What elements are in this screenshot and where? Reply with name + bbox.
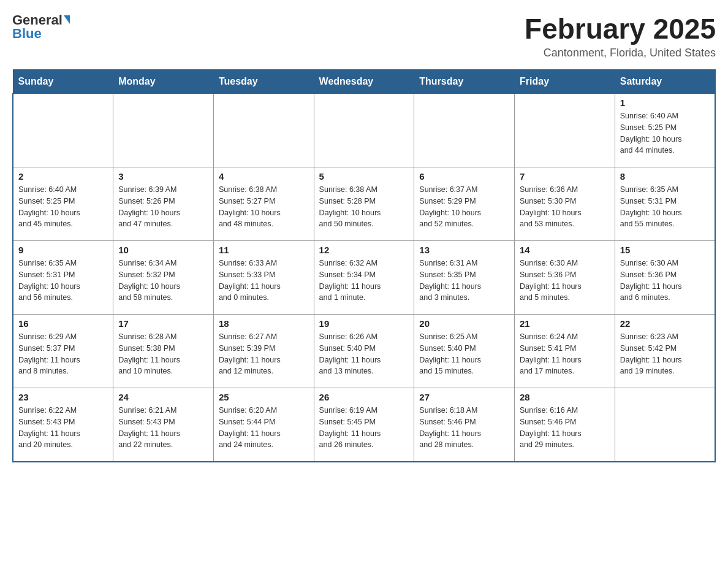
day-of-week-header: Saturday: [615, 70, 715, 94]
day-of-week-header: Wednesday: [314, 70, 414, 94]
month-title: February 2025: [525, 12, 716, 45]
day-info: Sunrise: 6:24 AMSunset: 5:41 PMDaylight:…: [520, 331, 610, 377]
calendar-day-cell: [314, 94, 414, 167]
day-info: Sunrise: 6:16 AMSunset: 5:46 PMDaylight:…: [520, 405, 610, 451]
day-number: 16: [18, 318, 108, 329]
day-info: Sunrise: 6:18 AMSunset: 5:46 PMDaylight:…: [419, 405, 509, 451]
calendar-week-row: 1Sunrise: 6:40 AMSunset: 5:25 PMDaylight…: [13, 94, 715, 167]
day-number: 11: [219, 245, 309, 255]
calendar-day-cell: 13Sunrise: 6:31 AMSunset: 5:35 PMDayligh…: [414, 241, 515, 315]
day-number: 22: [620, 318, 710, 329]
calendar-day-cell: 21Sunrise: 6:24 AMSunset: 5:41 PMDayligh…: [515, 315, 615, 388]
calendar-week-row: 23Sunrise: 6:22 AMSunset: 5:43 PMDayligh…: [13, 388, 715, 462]
day-number: 6: [419, 171, 509, 182]
day-info: Sunrise: 6:32 AMSunset: 5:34 PMDaylight:…: [319, 258, 409, 304]
day-info: Sunrise: 6:31 AMSunset: 5:35 PMDaylight:…: [419, 258, 509, 304]
calendar-day-cell: 5Sunrise: 6:38 AMSunset: 5:28 PMDaylight…: [314, 167, 414, 241]
calendar-day-cell: [113, 94, 214, 167]
day-number: 4: [219, 171, 309, 182]
calendar-week-row: 16Sunrise: 6:29 AMSunset: 5:37 PMDayligh…: [13, 315, 715, 388]
day-info: Sunrise: 6:40 AMSunset: 5:25 PMDaylight:…: [620, 110, 710, 156]
day-number: 14: [520, 245, 610, 255]
day-info: Sunrise: 6:37 AMSunset: 5:29 PMDaylight:…: [419, 184, 509, 230]
calendar-day-cell: [515, 94, 615, 167]
day-of-week-header: Tuesday: [213, 70, 314, 94]
day-info: Sunrise: 6:29 AMSunset: 5:37 PMDaylight:…: [18, 331, 108, 377]
calendar-day-cell: 1Sunrise: 6:40 AMSunset: 5:25 PMDaylight…: [615, 94, 715, 167]
calendar-day-cell: 2Sunrise: 6:40 AMSunset: 5:25 PMDaylight…: [13, 167, 113, 241]
day-of-week-header: Friday: [515, 70, 615, 94]
calendar-day-cell: 25Sunrise: 6:20 AMSunset: 5:44 PMDayligh…: [213, 388, 314, 462]
day-number: 9: [18, 245, 108, 255]
calendar-day-cell: 16Sunrise: 6:29 AMSunset: 5:37 PMDayligh…: [13, 315, 113, 388]
calendar-day-cell: 8Sunrise: 6:35 AMSunset: 5:31 PMDaylight…: [615, 167, 715, 241]
day-number: 10: [118, 245, 208, 255]
day-number: 1: [620, 98, 710, 108]
day-number: 2: [18, 171, 108, 182]
day-number: 18: [219, 318, 309, 329]
calendar-day-cell: 18Sunrise: 6:27 AMSunset: 5:39 PMDayligh…: [213, 315, 314, 388]
day-of-week-header: Thursday: [414, 70, 515, 94]
day-info: Sunrise: 6:27 AMSunset: 5:39 PMDaylight:…: [219, 331, 309, 377]
day-info: Sunrise: 6:26 AMSunset: 5:40 PMDaylight:…: [319, 331, 409, 377]
day-info: Sunrise: 6:33 AMSunset: 5:33 PMDaylight:…: [219, 258, 309, 304]
calendar-day-cell: 20Sunrise: 6:25 AMSunset: 5:40 PMDayligh…: [414, 315, 515, 388]
calendar-day-cell: [615, 388, 715, 462]
calendar-day-cell: 4Sunrise: 6:38 AMSunset: 5:27 PMDaylight…: [213, 167, 314, 241]
day-number: 28: [520, 392, 610, 402]
page-header: General Blue February 2025 Cantonment, F…: [12, 12, 716, 59]
calendar-body: 1Sunrise: 6:40 AMSunset: 5:25 PMDaylight…: [13, 94, 715, 462]
day-info: Sunrise: 6:40 AMSunset: 5:25 PMDaylight:…: [18, 184, 108, 230]
calendar-day-cell: 17Sunrise: 6:28 AMSunset: 5:38 PMDayligh…: [113, 315, 214, 388]
day-info: Sunrise: 6:21 AMSunset: 5:43 PMDaylight:…: [118, 405, 208, 451]
day-info: Sunrise: 6:35 AMSunset: 5:31 PMDaylight:…: [18, 258, 108, 304]
location-subtitle: Cantonment, Florida, United States: [525, 47, 716, 59]
logo: General Blue: [12, 12, 70, 42]
day-number: 15: [620, 245, 710, 255]
calendar-day-cell: 28Sunrise: 6:16 AMSunset: 5:46 PMDayligh…: [515, 388, 615, 462]
day-info: Sunrise: 6:36 AMSunset: 5:30 PMDaylight:…: [520, 184, 610, 230]
day-number: 3: [118, 171, 208, 182]
day-info: Sunrise: 6:35 AMSunset: 5:31 PMDaylight:…: [620, 184, 710, 230]
day-number: 27: [419, 392, 509, 402]
day-number: 21: [520, 318, 610, 329]
calendar-day-cell: 6Sunrise: 6:37 AMSunset: 5:29 PMDaylight…: [414, 167, 515, 241]
calendar-day-cell: 19Sunrise: 6:26 AMSunset: 5:40 PMDayligh…: [314, 315, 414, 388]
calendar-day-cell: 11Sunrise: 6:33 AMSunset: 5:33 PMDayligh…: [213, 241, 314, 315]
calendar-day-cell: [414, 94, 515, 167]
logo-blue-text: Blue: [12, 26, 42, 42]
day-info: Sunrise: 6:38 AMSunset: 5:28 PMDaylight:…: [319, 184, 409, 230]
calendar-table: SundayMondayTuesdayWednesdayThursdayFrid…: [12, 69, 716, 462]
calendar-day-cell: 9Sunrise: 6:35 AMSunset: 5:31 PMDaylight…: [13, 241, 113, 315]
day-number: 12: [319, 245, 409, 255]
day-number: 25: [219, 392, 309, 402]
calendar-week-row: 2Sunrise: 6:40 AMSunset: 5:25 PMDaylight…: [13, 167, 715, 241]
day-info: Sunrise: 6:30 AMSunset: 5:36 PMDaylight:…: [620, 258, 710, 304]
title-block: February 2025 Cantonment, Florida, Unite…: [525, 12, 716, 59]
day-number: 13: [419, 245, 509, 255]
day-number: 7: [520, 171, 610, 182]
day-info: Sunrise: 6:30 AMSunset: 5:36 PMDaylight:…: [520, 258, 610, 304]
logo-arrow-icon: [64, 15, 70, 24]
day-info: Sunrise: 6:28 AMSunset: 5:38 PMDaylight:…: [118, 331, 208, 377]
day-info: Sunrise: 6:38 AMSunset: 5:27 PMDaylight:…: [219, 184, 309, 230]
day-number: 23: [18, 392, 108, 402]
calendar-day-cell: 15Sunrise: 6:30 AMSunset: 5:36 PMDayligh…: [615, 241, 715, 315]
day-info: Sunrise: 6:25 AMSunset: 5:40 PMDaylight:…: [419, 331, 509, 377]
calendar-day-cell: 10Sunrise: 6:34 AMSunset: 5:32 PMDayligh…: [113, 241, 214, 315]
day-info: Sunrise: 6:39 AMSunset: 5:26 PMDaylight:…: [118, 184, 208, 230]
day-info: Sunrise: 6:34 AMSunset: 5:32 PMDaylight:…: [118, 258, 208, 304]
calendar-day-cell: 27Sunrise: 6:18 AMSunset: 5:46 PMDayligh…: [414, 388, 515, 462]
calendar-day-cell: 22Sunrise: 6:23 AMSunset: 5:42 PMDayligh…: [615, 315, 715, 388]
day-info: Sunrise: 6:22 AMSunset: 5:43 PMDaylight:…: [18, 405, 108, 451]
calendar-header: SundayMondayTuesdayWednesdayThursdayFrid…: [13, 70, 715, 94]
calendar-day-cell: [213, 94, 314, 167]
calendar-day-cell: 3Sunrise: 6:39 AMSunset: 5:26 PMDaylight…: [113, 167, 214, 241]
calendar-week-row: 9Sunrise: 6:35 AMSunset: 5:31 PMDaylight…: [13, 241, 715, 315]
calendar-day-cell: 24Sunrise: 6:21 AMSunset: 5:43 PMDayligh…: [113, 388, 214, 462]
day-info: Sunrise: 6:19 AMSunset: 5:45 PMDaylight:…: [319, 405, 409, 451]
day-number: 19: [319, 318, 409, 329]
day-number: 24: [118, 392, 208, 402]
calendar-day-cell: 14Sunrise: 6:30 AMSunset: 5:36 PMDayligh…: [515, 241, 615, 315]
calendar-day-cell: 12Sunrise: 6:32 AMSunset: 5:34 PMDayligh…: [314, 241, 414, 315]
